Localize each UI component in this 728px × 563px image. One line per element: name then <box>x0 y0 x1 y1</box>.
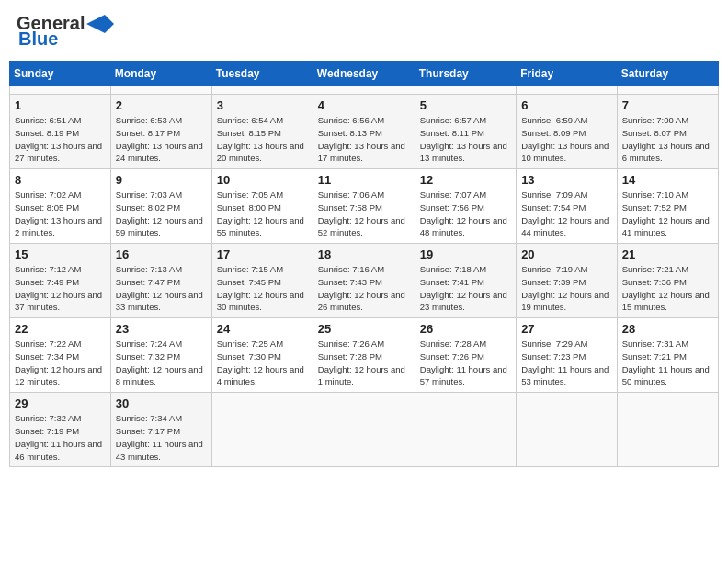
day-number: 4 <box>318 98 410 112</box>
calendar-cell: 1Sunrise: 6:51 AMSunset: 8:19 PMDaylight… <box>10 95 111 169</box>
week-row-2: 1Sunrise: 6:51 AMSunset: 8:19 PMDaylight… <box>10 95 719 169</box>
day-info: Sunrise: 7:25 AMSunset: 7:30 PMDaylight:… <box>217 339 304 386</box>
day-number: 17 <box>217 247 308 261</box>
day-info: Sunrise: 7:28 AMSunset: 7:26 PMDaylight:… <box>420 339 507 386</box>
calendar-cell: 2Sunrise: 6:53 AMSunset: 8:17 PMDaylight… <box>110 95 211 169</box>
calendar-cell: 16Sunrise: 7:13 AMSunset: 7:47 PMDayligh… <box>110 244 211 318</box>
logo-icon <box>86 15 114 33</box>
day-header-saturday: Saturday <box>617 62 718 86</box>
day-number: 3 <box>217 98 308 112</box>
day-number: 25 <box>318 322 410 336</box>
day-info: Sunrise: 7:22 AMSunset: 7:34 PMDaylight:… <box>15 339 102 386</box>
day-number: 26 <box>420 322 511 336</box>
calendar-cell: 8Sunrise: 7:02 AMSunset: 8:05 PMDaylight… <box>10 169 111 244</box>
calendar-cell <box>617 86 718 95</box>
calendar-cell <box>110 86 211 95</box>
day-info: Sunrise: 7:19 AMSunset: 7:39 PMDaylight:… <box>521 264 609 312</box>
day-header-thursday: Thursday <box>415 62 516 86</box>
calendar-cell: 6Sunrise: 6:59 AMSunset: 8:09 PMDaylight… <box>517 95 618 169</box>
day-number: 13 <box>521 173 612 187</box>
day-number: 9 <box>116 173 207 187</box>
day-info: Sunrise: 6:51 AMSunset: 8:19 PMDaylight:… <box>15 115 102 163</box>
calendar-cell: 13Sunrise: 7:09 AMSunset: 7:54 PMDayligh… <box>517 169 618 244</box>
day-info: Sunrise: 7:31 AMSunset: 7:21 PMDaylight:… <box>622 339 710 386</box>
day-header-wednesday: Wednesday <box>313 62 415 86</box>
day-number: 15 <box>15 247 106 261</box>
calendar-cell <box>211 393 313 467</box>
calendar-cell: 3Sunrise: 6:54 AMSunset: 8:15 PMDaylight… <box>211 95 313 169</box>
calendar-cell: 9Sunrise: 7:03 AMSunset: 8:02 PMDaylight… <box>110 169 211 244</box>
calendar-cell: 17Sunrise: 7:15 AMSunset: 7:45 PMDayligh… <box>211 244 313 318</box>
day-info: Sunrise: 6:57 AMSunset: 8:11 PMDaylight:… <box>420 115 507 163</box>
day-info: Sunrise: 7:10 AMSunset: 7:52 PMDaylight:… <box>622 190 710 237</box>
calendar-cell: 4Sunrise: 6:56 AMSunset: 8:13 PMDaylight… <box>313 95 415 169</box>
calendar-cell: 23Sunrise: 7:24 AMSunset: 7:32 PMDayligh… <box>110 318 211 393</box>
week-row-6: 29Sunrise: 7:32 AMSunset: 7:19 PMDayligh… <box>10 393 719 467</box>
calendar-cell: 27Sunrise: 7:29 AMSunset: 7:23 PMDayligh… <box>517 318 618 393</box>
day-number: 23 <box>116 322 207 336</box>
calendar-cell: 12Sunrise: 7:07 AMSunset: 7:56 PMDayligh… <box>415 169 516 244</box>
day-number: 27 <box>521 322 612 336</box>
day-info: Sunrise: 7:15 AMSunset: 7:45 PMDaylight:… <box>217 264 304 312</box>
day-info: Sunrise: 7:09 AMSunset: 7:54 PMDaylight:… <box>521 190 609 237</box>
day-number: 8 <box>15 173 106 187</box>
day-number: 5 <box>420 98 511 112</box>
day-number: 20 <box>521 247 612 261</box>
calendar-cell: 24Sunrise: 7:25 AMSunset: 7:30 PMDayligh… <box>211 318 313 393</box>
day-info: Sunrise: 6:59 AMSunset: 8:09 PMDaylight:… <box>521 115 609 163</box>
calendar-cell: 30Sunrise: 7:34 AMSunset: 7:17 PMDayligh… <box>110 393 211 467</box>
calendar-cell: 29Sunrise: 7:32 AMSunset: 7:19 PMDayligh… <box>10 393 111 467</box>
day-number: 11 <box>318 173 410 187</box>
day-info: Sunrise: 7:18 AMSunset: 7:41 PMDaylight:… <box>420 264 507 312</box>
header-row: SundayMondayTuesdayWednesdayThursdayFrid… <box>10 62 719 86</box>
week-row-3: 8Sunrise: 7:02 AMSunset: 8:05 PMDaylight… <box>10 169 719 244</box>
calendar-cell: 5Sunrise: 6:57 AMSunset: 8:11 PMDaylight… <box>415 95 516 169</box>
day-number: 6 <box>521 98 612 112</box>
day-number: 29 <box>15 396 106 410</box>
day-info: Sunrise: 7:00 AMSunset: 8:07 PMDaylight:… <box>622 115 710 163</box>
calendar-cell: 20Sunrise: 7:19 AMSunset: 7:39 PMDayligh… <box>517 244 618 318</box>
calendar-cell <box>415 393 516 467</box>
week-row-1 <box>10 86 719 95</box>
calendar-cell: 18Sunrise: 7:16 AMSunset: 7:43 PMDayligh… <box>313 244 415 318</box>
calendar-cell: 15Sunrise: 7:12 AMSunset: 7:49 PMDayligh… <box>10 244 111 318</box>
day-number: 22 <box>15 322 106 336</box>
calendar-cell: 26Sunrise: 7:28 AMSunset: 7:26 PMDayligh… <box>415 318 516 393</box>
calendar-cell: 19Sunrise: 7:18 AMSunset: 7:41 PMDayligh… <box>415 244 516 318</box>
calendar-cell <box>211 86 313 95</box>
logo-blue: Blue <box>18 29 58 50</box>
calendar-cell <box>415 86 516 95</box>
calendar-cell: 7Sunrise: 7:00 AMSunset: 8:07 PMDaylight… <box>617 95 718 169</box>
day-info: Sunrise: 7:34 AMSunset: 7:17 PMDaylight:… <box>116 413 203 461</box>
day-info: Sunrise: 6:54 AMSunset: 8:15 PMDaylight:… <box>217 115 304 163</box>
day-number: 14 <box>622 173 713 187</box>
day-info: Sunrise: 7:02 AMSunset: 8:05 PMDaylight:… <box>15 190 102 237</box>
day-info: Sunrise: 7:03 AMSunset: 8:02 PMDaylight:… <box>116 190 203 237</box>
day-number: 16 <box>116 247 207 261</box>
day-info: Sunrise: 7:05 AMSunset: 8:00 PMDaylight:… <box>217 190 304 237</box>
week-row-5: 22Sunrise: 7:22 AMSunset: 7:34 PMDayligh… <box>10 318 719 393</box>
day-header-monday: Monday <box>110 62 211 86</box>
day-header-tuesday: Tuesday <box>211 62 313 86</box>
week-row-4: 15Sunrise: 7:12 AMSunset: 7:49 PMDayligh… <box>10 244 719 318</box>
day-info: Sunrise: 6:56 AMSunset: 8:13 PMDaylight:… <box>318 115 405 163</box>
day-number: 24 <box>217 322 308 336</box>
calendar-cell: 10Sunrise: 7:05 AMSunset: 8:00 PMDayligh… <box>211 169 313 244</box>
day-header-friday: Friday <box>517 62 618 86</box>
day-number: 28 <box>622 322 713 336</box>
day-info: Sunrise: 6:53 AMSunset: 8:17 PMDaylight:… <box>116 115 203 163</box>
day-number: 7 <box>622 98 713 112</box>
day-info: Sunrise: 7:21 AMSunset: 7:36 PMDaylight:… <box>622 264 710 312</box>
day-info: Sunrise: 7:07 AMSunset: 7:56 PMDaylight:… <box>420 190 507 237</box>
day-info: Sunrise: 7:06 AMSunset: 7:58 PMDaylight:… <box>318 190 405 237</box>
day-info: Sunrise: 7:32 AMSunset: 7:19 PMDaylight:… <box>15 413 102 461</box>
calendar-cell <box>517 393 618 467</box>
day-header-sunday: Sunday <box>10 62 111 86</box>
day-number: 19 <box>420 247 511 261</box>
day-info: Sunrise: 7:16 AMSunset: 7:43 PMDaylight:… <box>318 264 405 312</box>
day-number: 10 <box>217 173 308 187</box>
calendar-cell: 22Sunrise: 7:22 AMSunset: 7:34 PMDayligh… <box>10 318 111 393</box>
day-number: 18 <box>318 247 410 261</box>
logo: General Blue <box>17 13 114 50</box>
calendar-cell <box>617 393 718 467</box>
